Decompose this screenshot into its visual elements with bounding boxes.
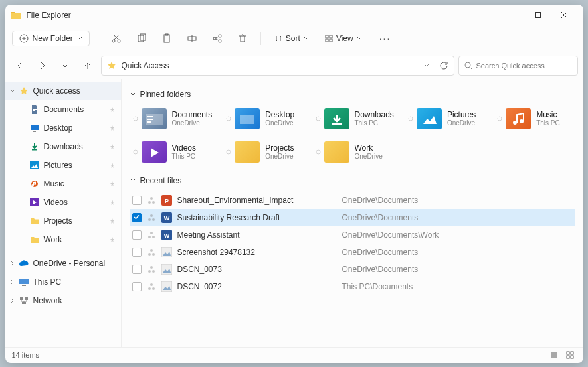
search-box[interactable]	[458, 56, 578, 76]
file-row[interactable]: DSCN_0072 This PC\Documents	[130, 278, 575, 295]
sidebar-item-downloads[interactable]: Downloads	[5, 137, 121, 156]
file-name: Screenshot 29478132	[177, 248, 337, 257]
checkbox[interactable]	[132, 213, 142, 222]
pin-icon	[132, 115, 139, 122]
sidebar-item-videos[interactable]: Videos	[5, 193, 121, 212]
sidebar-item-projects[interactable]: Projects	[5, 212, 121, 230]
pinned-folder-desktop[interactable]: Desktop OneDrive	[223, 106, 304, 132]
pinned-folder-music[interactable]: Music This PC	[494, 106, 575, 132]
separator	[260, 32, 261, 45]
checkbox[interactable]	[132, 196, 142, 205]
folder-location: OneDrive	[355, 153, 383, 160]
minimize-button[interactable]	[498, 6, 525, 25]
up-button[interactable]	[78, 56, 97, 75]
document-icon	[29, 104, 40, 115]
file-type-icon: W	[161, 230, 172, 240]
chevron-right-icon	[9, 297, 16, 304]
recent-section-header[interactable]: Recent files	[130, 176, 575, 185]
address-bar[interactable]: Quick Access	[101, 56, 454, 76]
folder-icon	[235, 141, 260, 163]
share-button[interactable]	[207, 29, 227, 48]
chevron-down-icon	[130, 91, 136, 98]
titlebar: File Explorer	[5, 5, 583, 26]
svg-rect-28	[33, 131, 36, 132]
svg-point-45	[316, 117, 320, 121]
folder-icon	[506, 108, 531, 129]
pinned-folder-videos[interactable]: Videos This PC	[130, 139, 215, 165]
checkbox[interactable]	[132, 230, 142, 240]
search-input[interactable]	[476, 62, 572, 70]
chevron-down-icon[interactable]	[423, 62, 430, 69]
sidebar-item-label: Documents	[44, 105, 84, 114]
svg-point-17	[219, 40, 221, 42]
sidebar-item-work[interactable]: Work	[5, 230, 121, 249]
checkbox[interactable]	[132, 265, 142, 274]
pinned-section-header[interactable]: Pinned folders	[130, 90, 575, 99]
close-button[interactable]	[551, 6, 578, 25]
pin-icon	[225, 115, 232, 122]
svg-rect-85	[571, 352, 573, 354]
icons-view-button[interactable]	[563, 348, 577, 362]
svg-rect-34	[22, 285, 26, 286]
svg-point-69	[150, 249, 153, 252]
svg-rect-76	[161, 264, 172, 275]
svg-point-79	[152, 287, 155, 290]
folder-name: Work	[355, 143, 383, 153]
sidebar-onedrive[interactable]: OneDrive - Personal	[5, 254, 121, 273]
pin-icon	[132, 149, 139, 155]
folder-icon	[235, 108, 260, 129]
more-button[interactable]: ···	[373, 33, 398, 44]
paste-button[interactable]	[157, 29, 177, 48]
sidebar-item-documents[interactable]: Documents	[5, 100, 121, 119]
file-row[interactable]: W Meeting Assistant OneDrive\Documents\W…	[130, 226, 575, 244]
cut-button[interactable]	[106, 29, 126, 48]
sidebar-item-pictures[interactable]: Pictures	[5, 156, 121, 175]
navbar: Quick Access	[5, 52, 583, 79]
sort-button[interactable]: Sort	[269, 31, 314, 46]
pinned-folder-documents[interactable]: Documents OneDrive	[130, 106, 215, 132]
folder-location: OneDrive	[447, 119, 476, 127]
file-row[interactable]: P Shareout_Environmental_Impact OneDrive…	[130, 192, 575, 209]
pin-icon	[109, 236, 116, 243]
section-label: Recent files	[140, 176, 182, 185]
svg-rect-18	[326, 35, 328, 38]
recent-button[interactable]	[56, 56, 74, 75]
sidebar-this-pc[interactable]: This PC	[5, 273, 121, 291]
folder-icon	[142, 108, 167, 129]
rename-button[interactable]	[182, 29, 202, 48]
file-type-icon	[161, 281, 172, 292]
svg-rect-46	[332, 123, 342, 125]
file-type-icon	[161, 247, 172, 257]
copy-button[interactable]	[132, 29, 151, 48]
sidebar-network[interactable]: Network	[5, 291, 121, 310]
view-button[interactable]: View	[320, 31, 367, 46]
svg-rect-33	[19, 279, 29, 284]
pinned-folder-pictures[interactable]: Pictures OneDrive	[405, 106, 486, 132]
maximize-button[interactable]	[525, 6, 551, 25]
pinned-folder-downloads[interactable]: Downloads This PC	[312, 106, 397, 132]
checkbox[interactable]	[132, 282, 142, 291]
forward-button[interactable]	[33, 56, 52, 75]
svg-rect-11	[164, 35, 169, 42]
sidebar-item-desktop[interactable]: Desktop	[5, 119, 121, 137]
file-row[interactable]: DSCN_0073 OneDrive\Documents	[130, 261, 575, 278]
file-row[interactable]: Screenshot 29478132 OneDrive\Documents	[130, 244, 575, 261]
folder-name: Music	[536, 110, 560, 119]
svg-point-54	[150, 197, 153, 200]
new-folder-button[interactable]: New Folder	[12, 31, 90, 46]
pinned-folder-grid: Documents OneDrive Desktop OneDrive Down…	[130, 106, 575, 165]
refresh-button[interactable]	[439, 61, 448, 70]
checkbox[interactable]	[132, 248, 142, 257]
view-icon	[325, 35, 333, 42]
sidebar-quick-access[interactable]: Quick access	[5, 82, 121, 100]
file-row[interactable]: W Sustainability Research Draft OneDrive…	[130, 209, 575, 226]
sidebar-item-music[interactable]: Music	[5, 175, 121, 193]
delete-button[interactable]	[233, 29, 252, 48]
chevron-down-icon	[9, 88, 16, 94]
back-button[interactable]	[11, 56, 29, 75]
sidebar-label: OneDrive - Personal	[33, 259, 106, 268]
pinned-folder-work[interactable]: Work OneDrive	[312, 139, 397, 165]
desktop-icon	[29, 123, 40, 133]
details-view-button[interactable]	[547, 348, 561, 362]
pinned-folder-projects[interactable]: Projects OneDrive	[223, 139, 304, 165]
